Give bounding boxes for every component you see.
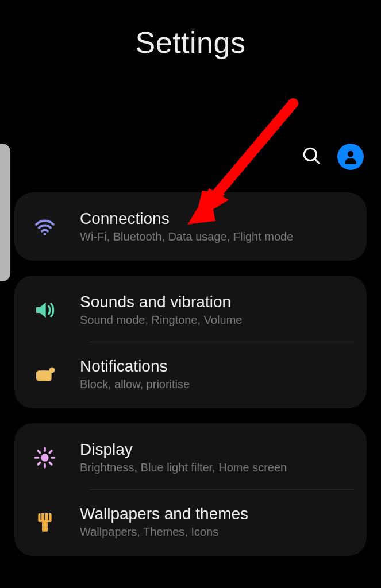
item-subtitle: Sound mode, Ringtone, Volume	[80, 314, 351, 327]
item-subtitle: Wallpapers, Themes, Icons	[80, 525, 351, 539]
svg-rect-4	[36, 370, 52, 381]
svg-point-5	[49, 367, 55, 373]
item-title: Notifications	[80, 357, 351, 376]
settings-list: Connections Wi-Fi, Bluetooth, Data usage…	[14, 192, 367, 556]
svg-line-11	[38, 451, 40, 453]
item-subtitle: Wi-Fi, Bluetooth, Data usage, Flight mod…	[80, 230, 351, 243]
settings-group: Display Brightness, Blue light filter, H…	[14, 423, 367, 556]
brightness-icon	[26, 446, 64, 469]
account-icon[interactable]	[337, 144, 364, 170]
notification-icon	[26, 363, 64, 386]
svg-point-3	[44, 233, 47, 235]
search-icon[interactable]	[302, 146, 321, 168]
svg-line-14	[49, 451, 52, 453]
svg-line-1	[315, 159, 319, 163]
item-title: Display	[80, 440, 351, 459]
svg-line-12	[49, 462, 52, 465]
settings-group: Sounds and vibration Sound mode, Rington…	[14, 276, 367, 408]
settings-group: Connections Wi-Fi, Bluetooth, Data usage…	[14, 192, 367, 261]
edge-panel-handle[interactable]	[0, 144, 10, 281]
settings-item-notifications[interactable]: Notifications Block, allow, prioritise	[14, 342, 367, 406]
settings-item-connections[interactable]: Connections Wi-Fi, Bluetooth, Data usage…	[14, 195, 367, 258]
settings-item-display[interactable]: Display Brightness, Blue light filter, H…	[14, 425, 367, 489]
svg-rect-16	[42, 522, 48, 527]
settings-item-sounds[interactable]: Sounds and vibration Sound mode, Rington…	[14, 278, 367, 342]
svg-line-13	[38, 462, 40, 465]
svg-point-6	[41, 454, 48, 461]
svg-point-2	[348, 151, 354, 157]
item-title: Sounds and vibration	[80, 293, 351, 311]
speaker-icon	[26, 299, 64, 322]
brush-icon	[26, 510, 64, 533]
wifi-icon	[26, 215, 64, 238]
item-subtitle: Block, allow, prioritise	[80, 378, 351, 391]
page-title: Settings	[0, 0, 381, 60]
item-subtitle: Brightness, Blue light filter, Home scre…	[80, 461, 351, 474]
settings-item-wallpapers[interactable]: Wallpapers and themes Wallpapers, Themes…	[14, 490, 367, 554]
toolbar	[302, 144, 364, 170]
item-title: Wallpapers and themes	[80, 505, 351, 523]
svg-rect-17	[42, 527, 48, 531]
item-title: Connections	[80, 210, 351, 228]
